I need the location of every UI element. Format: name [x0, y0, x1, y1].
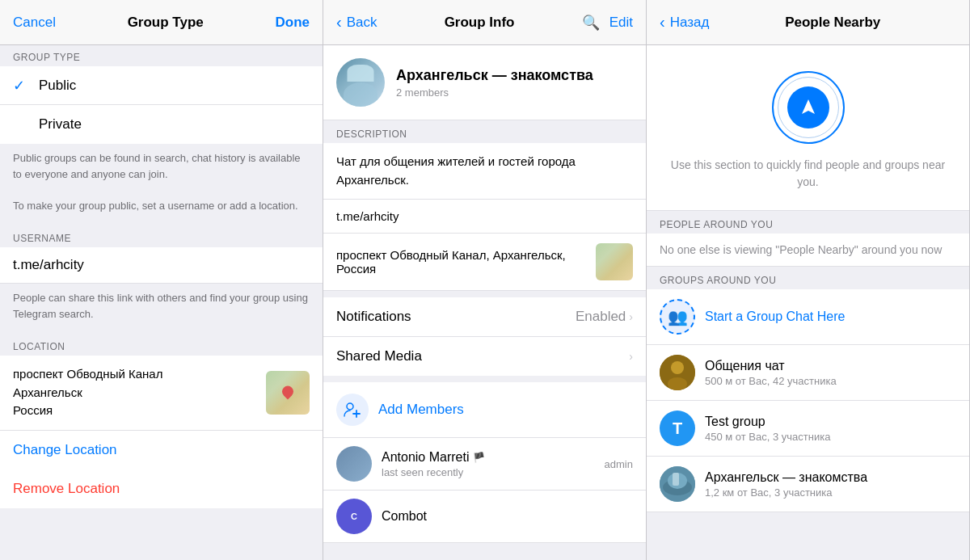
notifications-chevron-icon: ›: [629, 310, 633, 323]
add-members-row[interactable]: Add Members: [323, 382, 646, 438]
notifications-value: Enabled ›: [576, 309, 633, 325]
obshenya-avatar: [660, 355, 695, 390]
group-type-info: Public groups can be found in search, ch…: [0, 144, 323, 226]
start-group-chat-info: Start a Group Chat Here: [705, 309, 956, 324]
notifications-row[interactable]: Notifications Enabled ›: [323, 297, 646, 337]
group-avatar: [336, 58, 385, 107]
group-type-panel: Cancel Group Type Done GROUP TYPE ✓ Publ…: [0, 0, 323, 560]
location-arrow-icon: [787, 86, 829, 128]
nav-bar-group-info: ‹ Back Group Info 🔍 Edit: [323, 0, 646, 45]
svg-point-0: [347, 403, 353, 410]
obshenya-distance: 500 м от Вас, 42 участника: [705, 375, 956, 387]
group-type-section-header: GROUP TYPE: [0, 45, 323, 66]
username-input-cell: [0, 247, 323, 284]
shared-media-row[interactable]: Shared Media ›: [323, 337, 646, 376]
nav-title-nearby: People Nearby: [785, 15, 880, 31]
test-group-name: Test group: [705, 415, 956, 429]
nav-right-group-info: 🔍 Edit: [582, 14, 633, 32]
username-section-header: USERNAME: [0, 226, 323, 247]
search-icon[interactable]: 🔍: [582, 14, 600, 32]
public-label: Public: [39, 78, 76, 94]
nav-title-group-info: Group Info: [445, 15, 515, 31]
settings-section: Notifications Enabled › Shared Media ›: [323, 297, 646, 376]
group-info-panel: ‹ Back Group Info 🔍 Edit Архангельск — з…: [323, 0, 647, 560]
groups-section-header: GROUPS AROUND YOU: [647, 267, 969, 289]
test-group-info: Test group 450 м от Вас, 3 участника: [705, 415, 956, 443]
member-name-combot: Combot: [382, 509, 633, 524]
cancel-button[interactable]: Cancel: [13, 15, 56, 31]
mini-map: [596, 243, 633, 280]
member-role-antonio: admin: [605, 458, 633, 470]
group-header: Архангельск — знакомства 2 members: [323, 45, 646, 120]
arkhangelsk-info: Архангельск — знакомства 1,2 км от Вас, …: [705, 470, 956, 499]
arkhangelsk-name: Архангельск — знакомства: [705, 470, 956, 485]
start-group-chat-avatar: 👥: [660, 299, 695, 335]
done-button[interactable]: Done: [276, 15, 310, 31]
group-name: Архангельск — знакомства: [396, 67, 593, 84]
group-members: 2 members: [396, 86, 593, 99]
change-location-button[interactable]: Change Location: [0, 430, 323, 469]
back-chevron-icon: ‹: [336, 13, 342, 32]
group-type-list: ✓ Public ✓ Private: [0, 66, 323, 144]
nav-left: Cancel: [13, 15, 56, 31]
arkhangelsk-group-row[interactable]: Архангельск — знакомства 1,2 км от Вас, …: [647, 457, 969, 512]
edit-button[interactable]: Edit: [609, 15, 633, 31]
location-text: проспект Обводный Канал Архангельск Росс…: [13, 365, 162, 420]
start-group-chat-name: Start a Group Chat Here: [705, 309, 956, 324]
public-option[interactable]: ✓ Public: [0, 66, 323, 105]
test-group-row[interactable]: T Test group 450 м от Вас, 3 участника: [647, 401, 969, 457]
obshenya-name: Общения чат: [705, 359, 956, 373]
nav-right: Done: [276, 15, 310, 31]
nearby-back-button[interactable]: Назад: [670, 15, 710, 31]
location-cell: проспект Обводный Канал Архангельск Росс…: [0, 356, 323, 430]
private-option[interactable]: ✓ Private: [0, 105, 323, 144]
public-check-icon: ✓: [13, 77, 29, 95]
svg-point-4: [671, 361, 684, 374]
private-label: Private: [39, 116, 82, 133]
location-map-thumbnail: [266, 371, 310, 415]
description-location: проспект Обводный Канал, Архангельск, Ро…: [323, 234, 646, 291]
description-header: DESCRIPTION: [323, 120, 646, 143]
shared-media-chevron-icon: ›: [629, 350, 633, 363]
nav-title-group-type: Group Type: [128, 15, 204, 31]
shared-media-label: Shared Media: [336, 348, 422, 364]
member-name-antonio: Antonio Marreti 🏴: [382, 450, 595, 465]
test-group-avatar: T: [660, 411, 695, 446]
svg-point-5: [668, 377, 687, 390]
obshenya-info: Общения чат 500 м от Вас, 42 участника: [705, 359, 956, 387]
start-group-chat-row[interactable]: 👥 Start a Group Chat Here: [647, 289, 969, 345]
member-row-antonio: Antonio Marreti 🏴 last seen recently adm…: [323, 438, 646, 491]
arkhangelsk-distance: 1,2 км от Вас, 3 участника: [705, 486, 956, 499]
member-info-combot: Combot: [382, 509, 633, 524]
arkhangelsk-avatar: [660, 466, 695, 502]
group-info: Архангельск — знакомства 2 members: [396, 67, 593, 99]
nav-back-area: ‹ Back: [336, 13, 377, 32]
people-section-header: PEOPLE AROUND YOU: [647, 211, 969, 234]
member-info-antonio: Antonio Marreti 🏴 last seen recently: [382, 450, 595, 478]
nav-bar-nearby: ‹ Назад People Nearby: [647, 0, 969, 45]
people-empty-text: No one else is viewing "People Nearby" a…: [647, 234, 969, 267]
member-avatar-combot: C: [336, 499, 372, 534]
username-info: People can share this link with others a…: [0, 284, 323, 335]
svg-rect-9: [673, 473, 679, 486]
description-link[interactable]: t.me/arhcity: [323, 200, 646, 234]
people-nearby-panel: ‹ Назад People Nearby Use this section t…: [647, 0, 970, 560]
remove-location-button[interactable]: Remove Location: [0, 469, 323, 508]
username-input[interactable]: [13, 257, 310, 273]
add-members-label: Add Members: [378, 402, 464, 418]
obshenya-chat-row[interactable]: Общения чат 500 м от Вас, 42 участника: [647, 345, 969, 401]
nearby-back-chevron-icon: ‹: [660, 13, 665, 32]
add-members-icon: [336, 394, 369, 426]
member-row-combot: C Combot: [323, 491, 646, 543]
location-circle: [772, 71, 845, 144]
test-group-distance: 450 м от Вас, 3 участника: [705, 431, 956, 443]
nav-back-nearby: ‹ Назад: [660, 13, 709, 32]
nav-bar-group-type: Cancel Group Type Done: [0, 0, 323, 45]
flag-icon: 🏴: [473, 452, 485, 463]
location-description: Use this section to quickly find people …: [666, 157, 950, 191]
back-button[interactable]: Back: [347, 15, 377, 31]
member-avatar-antonio: [336, 446, 372, 482]
location-illustration: Use this section to quickly find people …: [647, 45, 969, 211]
member-status-antonio: last seen recently: [382, 466, 595, 478]
location-section-header: LOCATION: [0, 335, 323, 356]
